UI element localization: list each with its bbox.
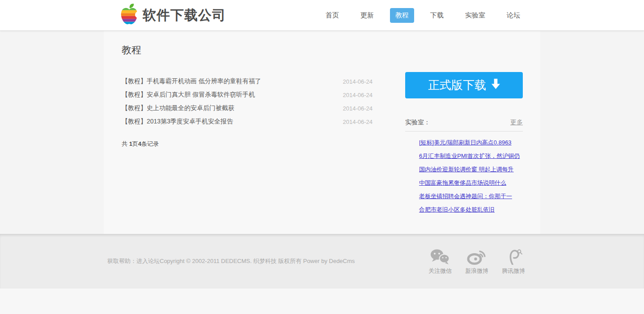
enter-forum-link[interactable]: 进入论坛 [136, 258, 160, 264]
article-link[interactable]: 【教程】手机毒霸开机动画 低分辨率的童鞋有福了 [122, 77, 261, 85]
download-button-label: 正式版下载 [428, 77, 486, 93]
official-download-button[interactable]: 正式版下载 [405, 72, 523, 98]
article-row: 【教程】史上功能最全的安卓后门被截获 2014-06-24 [122, 102, 373, 115]
footer: 获取帮助：进入论坛Copyright © 2002-2011 DEDECMS. … [0, 234, 644, 289]
social-label: 关注微信 [428, 267, 452, 275]
sina-weibo-icon [467, 248, 487, 265]
wechat-follow[interactable]: 关注微信 [428, 248, 452, 275]
article-link[interactable]: 【教程】安卓后门真大胆 假冒杀毒软件窃听手机 [122, 91, 255, 99]
article-date: 2014-06-24 [343, 119, 373, 125]
sina-weibo[interactable]: 新浪微博 [465, 248, 488, 275]
main-nav: 首页 更新 教程 下载 实验室 论坛 [320, 8, 525, 23]
lab-title: 实验室： [405, 119, 430, 127]
nav-item-updates[interactable]: 更新 [355, 8, 379, 23]
article-date: 2014-06-24 [343, 105, 373, 112]
tencent-weibo-icon [504, 248, 523, 265]
lab-link[interactable]: [短标]美元/瑞郎刷新日内高点0.8963 [419, 139, 512, 147]
social-label: 新浪微博 [465, 267, 488, 275]
article-date: 2014-06-24 [343, 78, 373, 85]
nav-item-forum[interactable]: 论坛 [501, 8, 525, 23]
rainbow-apple-logo [120, 4, 139, 27]
lab-link[interactable]: 国内油价迎新轮调价窗 明起上调每升 [419, 165, 514, 174]
lab-link[interactable]: 6月汇丰制造业PMI首次扩张，然沪铜仍 [419, 152, 520, 160]
tencent-weibo[interactable]: 腾讯微博 [502, 248, 525, 275]
article-column: 教程 【教程】手机毒霸开机动画 低分辨率的童鞋有福了 2014-06-24 【教… [122, 43, 373, 148]
article-list: 【教程】手机毒霸开机动画 低分辨率的童鞋有福了 2014-06-24 【教程】安… [122, 75, 373, 128]
article-link[interactable]: 【教程】史上功能最全的安卓后门被截获 [122, 104, 234, 112]
nav-item-home[interactable]: 首页 [320, 8, 344, 23]
page-title: 教程 [122, 43, 373, 57]
lab-more-link[interactable]: 更多 [510, 119, 523, 127]
lab-link[interactable]: 老板坐镇招聘会遇神题问：你那干一 [419, 192, 512, 200]
main-section: 教程 【教程】手机毒霸开机动画 低分辨率的童鞋有福了 2014-06-24 【教… [0, 31, 644, 234]
lab-header: 实验室： 更多 [405, 119, 523, 132]
copyright-text: 获取帮助：进入论坛Copyright © 2002-2011 DEDECMS. … [107, 257, 355, 265]
article-row: 【教程】2013第3季度安卓手机安全报告 2014-06-24 [122, 115, 373, 128]
header: 软件下载公司 首页 更新 教程 下载 实验室 论坛 [0, 0, 644, 31]
nav-item-lab[interactable]: 实验室 [460, 8, 491, 23]
article-row: 【教程】安卓后门真大胆 假冒杀毒软件窃听手机 2014-06-24 [122, 88, 373, 102]
download-arrow-icon [491, 78, 500, 92]
nav-item-tutorials[interactable]: 教程 [390, 8, 414, 23]
sidebar: 正式版下载 实验室： 更多 [短标]美元/瑞郎刷新日内高点0.8963 6月汇丰… [405, 72, 523, 216]
wechat-icon [430, 248, 450, 265]
social-links: 关注微信 新浪微博 [428, 248, 525, 275]
site-title: 软件下载公司 [143, 6, 226, 25]
article-date: 2014-06-24 [343, 92, 373, 98]
brand[interactable]: 软件下载公司 [120, 4, 226, 27]
social-label: 腾讯微博 [502, 267, 525, 275]
article-link[interactable]: 【教程】2013第3季度安卓手机安全报告 [122, 118, 233, 126]
nav-item-downloads[interactable]: 下载 [425, 8, 449, 23]
lab-link[interactable]: 中国富豪拖累奢侈品市场说明什么 [419, 179, 506, 187]
lab-link-list: [短标]美元/瑞郎刷新日内高点0.8963 6月汇丰制造业PMI首次扩张，然沪铜… [405, 132, 523, 216]
lab-link[interactable]: 合肥市老旧小区多处脏乱依旧 [419, 206, 495, 214]
bottom-strip [0, 289, 644, 314]
pagination-summary: 共 1页4条记录 [122, 140, 373, 148]
article-row: 【教程】手机毒霸开机动画 低分辨率的童鞋有福了 2014-06-24 [122, 75, 373, 88]
